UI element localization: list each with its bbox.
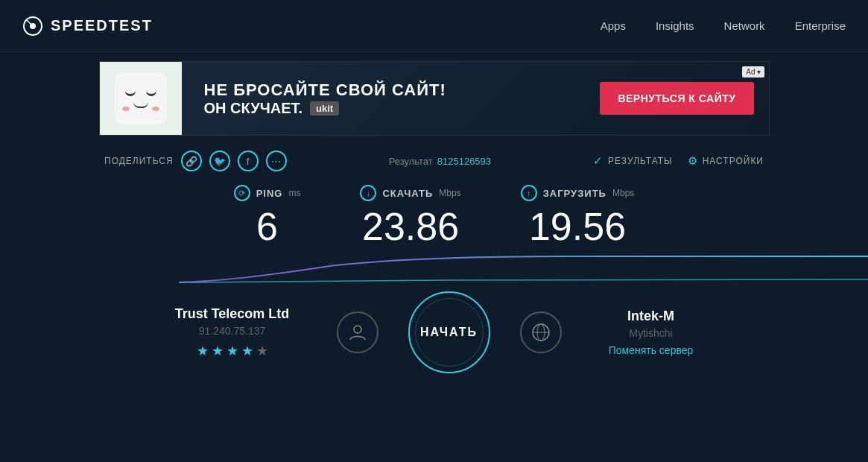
metrics: ⟳ PING ms 6 ↓ СКАЧАТЬ Mbps 23.86 ↑ ЗАГРУ…: [0, 185, 868, 248]
download-label: СКАЧАТЬ: [382, 188, 433, 199]
metric-download: ↓ СКАЧАТЬ Mbps 23.86: [360, 185, 460, 248]
ping-unit: ms: [288, 188, 300, 198]
ad-mascot: [100, 61, 182, 136]
checkmark-icon: ✓: [593, 154, 604, 168]
results-action[interactable]: ✓ РЕЗУЛЬТАТЫ: [593, 154, 673, 168]
logo: SPEEDTEST: [22, 16, 153, 37]
nav-apps[interactable]: Apps: [601, 19, 626, 32]
result-text: Результат: [389, 156, 433, 167]
download-icon: ↓: [360, 185, 376, 201]
change-server-link[interactable]: Поменять сервер: [609, 344, 694, 356]
isp-stars: ★ ★ ★ ★ ★: [158, 343, 307, 359]
bottom-section: Trust Telecom Ltd 91.240.75.137 ★ ★ ★ ★ …: [0, 291, 868, 373]
nav-insights[interactable]: Insights: [656, 19, 694, 32]
mascot-cheeks: [122, 107, 159, 111]
speedtest-logo-icon: [22, 16, 43, 37]
mascot-cheek-right: [152, 107, 159, 111]
star-1: ★: [197, 343, 209, 359]
logo-text: SPEEDTEST: [51, 17, 153, 34]
share-section: ПОДЕЛИТЬСЯ 🔗 🐦 f ⋯: [104, 151, 287, 171]
ad-return-button[interactable]: ВЕРНУТЬСЯ К САЙТУ: [600, 82, 753, 115]
result-link[interactable]: 8125126593: [437, 156, 491, 167]
server-button[interactable]: [520, 311, 562, 353]
globe-icon: [530, 322, 551, 343]
ad-banner: Ad ▾ НЕ БРОСАЙТЕ СВОЙ САЙТ! ОН СКУЧАЕТ. …: [99, 61, 770, 136]
user-button[interactable]: [337, 311, 378, 353]
nav-network[interactable]: Network: [724, 19, 765, 32]
server-city: Mytishchi: [592, 327, 711, 339]
download-value: 23.86: [360, 206, 460, 248]
mascot-eye-left: [125, 89, 136, 96]
download-unit: Mbps: [439, 188, 460, 198]
metric-ping: ⟳ PING ms 6: [234, 185, 301, 248]
graph-container: [0, 254, 868, 284]
server-info: Intek-M Mytishchi Поменять сервер: [592, 308, 711, 357]
mascot-eye-right: [146, 89, 156, 96]
metric-ping-header: ⟳ PING ms: [234, 185, 301, 201]
star-3: ★: [226, 343, 238, 359]
header: SPEEDTEST Apps Insights Network Enterpri…: [0, 0, 868, 52]
settings-action[interactable]: ⚙ НАСТРОЙКИ: [688, 154, 764, 168]
results-label: РЕЗУЛЬТАТЫ: [608, 156, 673, 166]
share-link-icon[interactable]: 🔗: [181, 151, 202, 171]
nav-enterprise[interactable]: Enterprise: [795, 19, 846, 32]
upload-value: 19.56: [521, 206, 635, 248]
metric-upload: ↑ ЗАГРУЗИТЬ Mbps 19.56: [521, 185, 635, 248]
ad-sub-text: ОН СКУЧАЕТ. ukit: [204, 100, 578, 117]
ping-label: PING: [256, 188, 283, 199]
metric-upload-header: ↑ ЗАГРУЗИТЬ Mbps: [521, 185, 635, 201]
user-icon: [347, 322, 368, 343]
isp-info: Trust Telecom Ltd 91.240.75.137 ★ ★ ★ ★ …: [158, 306, 307, 359]
upload-unit: Mbps: [612, 188, 634, 198]
gear-icon: ⚙: [688, 154, 698, 168]
star-4: ★: [241, 343, 253, 359]
mascot-eyes: [125, 89, 156, 96]
svg-line-2: [27, 20, 33, 26]
upload-icon: ↑: [521, 185, 537, 201]
nav: Apps Insights Network Enterprise: [601, 19, 846, 32]
settings-label: НАСТРОЙКИ: [703, 156, 764, 166]
ad-content: НЕ БРОСАЙТЕ СВОЙ САЙТ! ОН СКУЧАЕТ. ukit: [182, 80, 601, 117]
metric-download-header: ↓ СКАЧАТЬ Mbps: [360, 185, 460, 201]
star-2: ★: [212, 343, 224, 359]
start-button[interactable]: НАЧАТЬ: [408, 291, 490, 373]
mascot-cheek-left: [122, 107, 130, 111]
share-bar: ПОДЕЛИТЬСЯ 🔗 🐦 f ⋯ Результат 8125126593 …: [0, 145, 868, 177]
ping-icon: ⟳: [234, 185, 250, 201]
speed-graph: [0, 254, 868, 284]
start-label: НАЧАТЬ: [420, 326, 478, 339]
isp-name: Trust Telecom Ltd: [158, 306, 307, 322]
ad-label: Ad ▾: [742, 66, 764, 77]
share-more-icon[interactable]: ⋯: [266, 151, 287, 171]
ad-main-text: НЕ БРОСАЙТЕ СВОЙ САЙТ!: [204, 80, 578, 100]
share-twitter-icon[interactable]: 🐦: [209, 151, 230, 171]
upload-label: ЗАГРУЗИТЬ: [543, 188, 606, 199]
isp-ip: 91.240.75.137: [158, 325, 307, 337]
share-label: ПОДЕЛИТЬСЯ: [104, 156, 174, 166]
ad-tag: ukit: [310, 101, 339, 116]
svg-point-3: [354, 326, 361, 333]
mascot-face: [115, 72, 167, 124]
share-facebook-icon[interactable]: f: [238, 151, 259, 171]
action-section: ✓ РЕЗУЛЬТАТЫ ⚙ НАСТРОЙКИ: [593, 154, 764, 168]
server-name: Intek-M: [592, 308, 711, 324]
ping-value: 6: [234, 206, 301, 248]
star-5: ★: [256, 343, 268, 359]
result-section: Результат 8125126593: [389, 156, 491, 167]
